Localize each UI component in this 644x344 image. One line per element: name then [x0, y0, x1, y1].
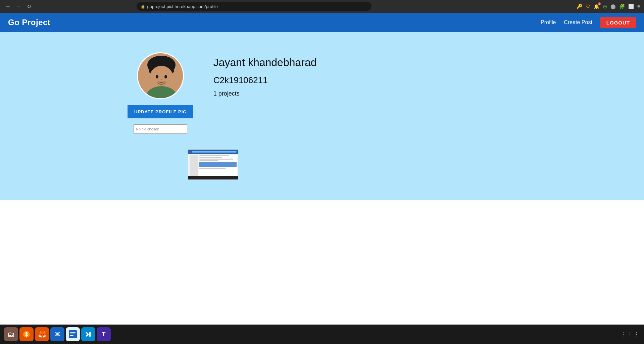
key-icon[interactable]: 🔑: [577, 4, 582, 9]
brave-shield-icon[interactable]: 🛡: [586, 4, 590, 9]
username: Jayant khandebharad: [213, 56, 317, 70]
projects-area: [0, 150, 644, 180]
browser-icons-right: 🔑 🛡 🔔 2 ⊕ ⬤ 🧩 ⬜ ≡: [577, 3, 640, 10]
address-bar[interactable]: 🔒 goproject-pict.herokuapp.com/profile: [137, 2, 371, 11]
main-content: UPDATE PROFILE PIC No file chosen Jayant…: [0, 32, 644, 200]
windows-icon[interactable]: ⬜: [628, 4, 634, 9]
url-text: goproject-pict.herokuapp.com/profile: [147, 4, 218, 9]
lock-icon: 🔒: [141, 4, 145, 9]
profile-nav-link[interactable]: Profile: [541, 19, 556, 25]
extension-add-icon[interactable]: ⊕: [603, 3, 607, 10]
project-thumbnail[interactable]: [188, 150, 238, 180]
profile-right: Jayant khandebharad C2k19106211 1 projec…: [213, 52, 317, 97]
create-post-nav-link[interactable]: Create Post: [564, 19, 592, 25]
svg-point-5: [156, 75, 158, 78]
update-profile-pic-button[interactable]: UPDATE PROFILE PIC: [128, 105, 193, 118]
thumb-close-dot: [190, 151, 191, 153]
back-button[interactable]: ←: [4, 3, 12, 10]
profile-avatar: [137, 52, 184, 99]
thumb-sidebar: [190, 155, 198, 179]
menu-icon[interactable]: ≡: [637, 4, 640, 9]
browser-chrome: ← → ↻ 🔒 goproject-pict.herokuapp.com/pro…: [0, 0, 644, 13]
thumb-topbar: [188, 150, 238, 154]
profile-section: UPDATE PROFILE PIC No file chosen Jayant…: [0, 52, 644, 134]
notification-badge: 2: [598, 2, 601, 5]
app-title: Go Project: [8, 18, 541, 27]
profile-left: UPDATE PROFILE PIC No file chosen: [128, 52, 193, 134]
thumb-main: [199, 155, 237, 179]
thumb-bottombar: [188, 176, 238, 179]
no-file-text: No file chosen: [136, 127, 159, 131]
file-input-area: No file chosen: [134, 124, 187, 134]
white-section: [0, 200, 644, 267]
svg-point-6: [164, 75, 167, 78]
file-input-fake[interactable]: No file chosen: [134, 124, 187, 134]
extension-puzzle-icon[interactable]: 🧩: [619, 4, 625, 9]
notification-bell-icon[interactable]: 🔔 2: [594, 4, 599, 9]
forward-button[interactable]: →: [15, 3, 23, 10]
logout-button[interactable]: LOGOUT: [600, 17, 636, 28]
app-navbar: Go Project Profile Create Post LOGOUT: [0, 13, 644, 32]
content-divider: [121, 144, 507, 144]
avatar-image: [138, 53, 184, 99]
reload-button[interactable]: ↻: [26, 3, 33, 10]
user-id: C2k19106211: [213, 75, 317, 85]
profile-circle-icon[interactable]: ⬤: [610, 4, 616, 9]
nav-links: Profile Create Post LOGOUT: [541, 17, 636, 28]
projects-count: 1 projects: [213, 90, 317, 97]
